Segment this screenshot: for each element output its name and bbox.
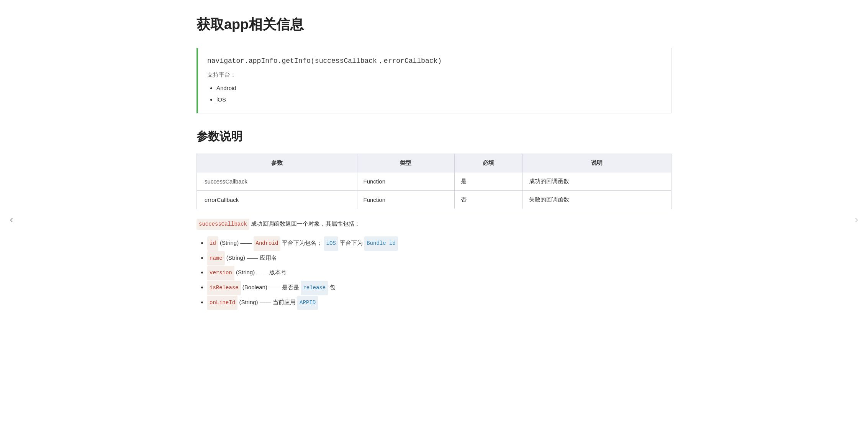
platform-ios: iOS	[216, 94, 662, 105]
prop-tag-version: version	[207, 266, 234, 280]
table-header-row: 参数 类型 必填 说明	[197, 154, 671, 172]
code-signature: navigator.appInfo.getInfo(successCallbac…	[207, 56, 662, 65]
prop-tag-onlineid: onLineId	[207, 296, 237, 310]
col-header-param: 参数	[197, 154, 357, 172]
prop-tag-isrelease: isRelease	[207, 281, 241, 295]
cell-desc-2: 失败的回调函数	[522, 191, 671, 209]
prop-text-id-1: (String) ——	[220, 239, 254, 246]
prop-tag-id: id	[207, 236, 218, 251]
cell-param-2: errorCallback	[197, 191, 357, 209]
prop-text-isrelease-2: 包	[329, 284, 335, 290]
prop-text-id-3: 平台下为	[340, 239, 364, 246]
col-header-desc: 说明	[522, 154, 671, 172]
col-header-required: 必填	[455, 154, 522, 172]
cell-type-1: Function	[357, 172, 455, 191]
params-section: 参数说明 参数 类型 必填 说明 successCallback Functio…	[197, 129, 671, 310]
list-item-isrelease: isRelease (Boolean) —— 是否是 release 包	[207, 280, 671, 295]
callback-tag: successCallback	[197, 219, 249, 230]
prop-text-version: (String) —— 版本号	[236, 269, 287, 275]
cell-required-1: 是	[455, 172, 522, 191]
prop-text-name: (String) —— 应用名	[226, 254, 277, 261]
prev-nav-button[interactable]: ‹	[0, 0, 23, 439]
list-item-onlineid: onLineId (String) —— 当前应用 APPID	[207, 295, 671, 310]
prop-tag-bundle: Bundle id	[364, 236, 398, 251]
platform-list: Android iOS	[207, 82, 662, 105]
page-title: 获取app相关信息	[197, 15, 671, 34]
next-arrow-icon: ›	[855, 213, 858, 226]
prop-text-isrelease-1: (Boolean) —— 是否是	[242, 284, 301, 290]
next-nav-button[interactable]: ›	[845, 0, 868, 439]
main-content: 获取app相关信息 navigator.appInfo.getInfo(succ…	[166, 0, 702, 439]
prev-arrow-icon: ‹	[10, 213, 13, 226]
prop-tag-name: name	[207, 251, 225, 266]
cell-desc-1: 成功的回调函数	[522, 172, 671, 191]
table-row: errorCallback Function 否 失败的回调函数	[197, 191, 671, 209]
platform-label: 支持平台：	[207, 71, 662, 79]
property-list: id (String) —— Android 平台下为包名； iOS 平台下为 …	[197, 236, 671, 310]
list-item-version: version (String) —— 版本号	[207, 265, 671, 280]
list-item-id: id (String) —— Android 平台下为包名； iOS 平台下为 …	[207, 236, 671, 251]
code-block: navigator.appInfo.getInfo(successCallbac…	[197, 48, 671, 113]
callback-description: successCallback 成功回调函数返回一个对象，其属性包括：	[197, 218, 671, 230]
prop-tag-appid: APPID	[297, 296, 318, 310]
prop-tag-release: release	[301, 281, 328, 295]
platform-android: Android	[216, 82, 662, 94]
table-row: successCallback Function 是 成功的回调函数	[197, 172, 671, 191]
cell-param-1: successCallback	[197, 172, 357, 191]
prop-tag-android: Android	[254, 236, 281, 251]
col-header-type: 类型	[357, 154, 455, 172]
callback-desc-text: 成功回调函数返回一个对象，其属性包括：	[251, 220, 360, 227]
params-table: 参数 类型 必填 说明 successCallback Function 是 成…	[197, 154, 671, 209]
params-title: 参数说明	[197, 129, 671, 144]
list-item-name: name (String) —— 应用名	[207, 251, 671, 266]
prop-tag-ios: iOS	[324, 236, 338, 251]
page-title-section: 获取app相关信息	[197, 15, 671, 34]
prop-text-id-2: 平台下为包名；	[282, 239, 322, 246]
cell-type-2: Function	[357, 191, 455, 209]
prop-text-onlineid-1: (String) —— 当前应用	[239, 299, 297, 305]
cell-required-2: 否	[455, 191, 522, 209]
